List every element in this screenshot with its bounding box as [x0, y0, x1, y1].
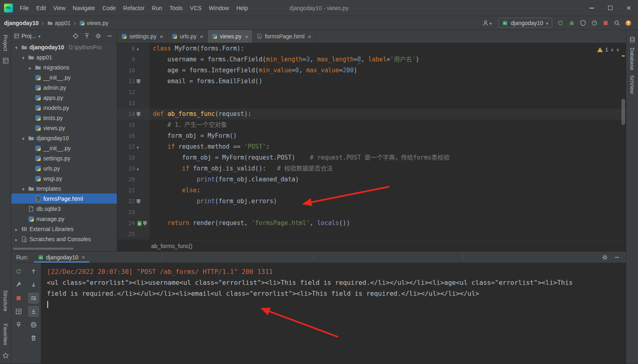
editor-tab-formspage.html[interactable]: HformsPage.html	[253, 30, 316, 43]
run-config-selector[interactable]: dj djangoday10	[498, 18, 552, 28]
menu-code[interactable]: Code	[99, 3, 119, 13]
gear-button[interactable]	[93, 32, 103, 40]
fold-icon[interactable]	[137, 45, 139, 53]
code-line-16[interactable]: 16 form_obj = MyForm()	[117, 130, 626, 141]
code-line-15[interactable]: 15 # 1．产生一个空对象	[117, 120, 626, 130]
target-button[interactable]	[71, 32, 80, 40]
tree-item-urls.py[interactable]: urls.py	[11, 163, 117, 173]
tree-chevron-icon[interactable]	[21, 185, 26, 192]
rerun-button[interactable]	[555, 18, 566, 28]
code-line-10[interactable]: 10 age = forms.IntegerField(min_value=0,…	[117, 65, 626, 76]
tree-item-templates[interactable]: templates	[11, 183, 117, 194]
menu-navigate[interactable]: Navigate	[69, 3, 99, 13]
prev-problem-icon[interactable]	[611, 46, 614, 53]
code-line-14[interactable]: 14def ab_forms_func(request):	[117, 109, 626, 120]
tree-item-external-libraries[interactable]: External Libraries	[11, 224, 117, 234]
tree-item-migrations[interactable]: migrations	[11, 62, 117, 72]
code-line-25[interactable]: 25	[117, 229, 626, 240]
layout-button[interactable]	[13, 306, 24, 317]
coverage-button[interactable]	[577, 18, 589, 28]
wrench-button[interactable]	[13, 280, 24, 290]
tree-item-models.py[interactable]: models.py	[11, 103, 117, 113]
print-button[interactable]	[28, 320, 39, 330]
project-view-selector[interactable]: Proj...	[14, 33, 40, 39]
update-button[interactable]	[623, 18, 634, 28]
tree-item-views.py[interactable]: views.py	[11, 123, 117, 133]
collapse-button[interactable]	[82, 32, 92, 40]
code-line-21[interactable]: 21 else:	[117, 185, 626, 196]
tree-item-djangoday10[interactable]: djangoday10	[11, 133, 117, 143]
gear-button[interactable]	[600, 253, 610, 262]
tree-chevron-icon[interactable]	[21, 135, 26, 141]
tree-item-__init__.py[interactable]: __init__.py	[11, 143, 117, 153]
tree-chevron-icon[interactable]	[14, 236, 19, 242]
softwrap-button[interactable]	[28, 293, 39, 303]
code-line-12[interactable]: 12	[117, 87, 626, 98]
editor-tab-settings.py[interactable]: settings.py	[117, 30, 168, 43]
hide-button[interactable]	[612, 253, 622, 262]
menu-run[interactable]: Run	[148, 3, 166, 13]
tree-chevron-icon[interactable]	[27, 64, 33, 71]
code-line-22[interactable]: 22 print(form_obj.errors)	[117, 196, 626, 207]
tree-item-manage.py[interactable]: manage.py	[11, 214, 117, 224]
error-stripe-mark[interactable]	[622, 55, 625, 57]
close-tab-icon[interactable]	[81, 254, 85, 261]
tree-item-djangoday10[interactable]: djangoday10D:\pythonPro	[11, 42, 117, 52]
console-output[interactable]: [22/Dec/2022 20:07:30] "POST /ab_forms/ …	[41, 263, 626, 364]
user-button[interactable]	[482, 19, 492, 27]
database-icon[interactable]	[629, 36, 636, 43]
tool-button-favorites[interactable]: Favorites	[2, 319, 8, 345]
close-tab-icon[interactable]	[307, 33, 311, 40]
next-problem-icon[interactable]	[616, 46, 619, 53]
scrollend-button[interactable]	[28, 306, 39, 317]
editor-tab-views.py[interactable]: views.py	[208, 30, 253, 43]
rerun-button[interactable]	[13, 266, 24, 277]
search-button[interactable]	[611, 18, 623, 28]
run-tab-djangoday10[interactable]: dj djangoday10	[34, 252, 89, 263]
tree-item-formspage.html[interactable]: HformsPage.html	[11, 194, 117, 204]
menu-tools[interactable]: Tools	[166, 3, 186, 13]
tool-button-project[interactable]: Project	[2, 30, 8, 51]
up-button[interactable]	[28, 266, 39, 277]
code-line-11[interactable]: 11 email = forms.EmailField()	[117, 76, 626, 87]
code-line-18[interactable]: 18 form_obj = MyForm(request.POST) # req…	[117, 152, 626, 163]
menu-file[interactable]: File	[16, 3, 33, 13]
code-line-13[interactable]: 13	[117, 98, 626, 109]
tree-item-admin.py[interactable]: admin.py	[11, 82, 117, 93]
menu-refactor[interactable]: Refactor	[120, 3, 148, 13]
inspection-widget[interactable]: 1	[597, 46, 619, 53]
menu-help[interactable]: Help	[232, 3, 251, 13]
breadcrumb-views.py[interactable]: views.py	[79, 20, 109, 26]
tree-item-settings.py[interactable]: settings.py	[11, 153, 117, 163]
code-line-19[interactable]: 19 if form_obj.is_valid(): # 校验数据是否合法	[117, 163, 626, 174]
close-tab-icon[interactable]	[159, 33, 163, 40]
star-icon[interactable]	[2, 352, 9, 359]
profiler-button[interactable]	[589, 18, 600, 28]
panel-icon[interactable]	[2, 57, 9, 64]
tree-item-apps.py[interactable]: apps.py	[11, 93, 117, 103]
stop-button[interactable]	[600, 18, 611, 28]
tree-chevron-icon[interactable]	[14, 226, 19, 232]
debug-button[interactable]	[566, 18, 577, 28]
close-tab-icon[interactable]	[199, 33, 203, 40]
menu-window[interactable]: Window	[205, 3, 233, 13]
hide-button[interactable]	[105, 32, 114, 40]
tree-item-db.sqlite3[interactable]: db.sqlite3	[11, 204, 117, 214]
editor-breadcrumb[interactable]: ab_forms_func()	[117, 240, 626, 251]
editor-scrollbar[interactable]	[621, 99, 625, 125]
maximize-button[interactable]	[601, 0, 619, 16]
code-line-20[interactable]: 20 print(form_obj.cleaned_data)	[117, 174, 626, 185]
tree-item-app01[interactable]: app01	[11, 52, 117, 62]
tool-button-structure[interactable]: Structure	[2, 285, 8, 311]
menu-view[interactable]: View	[50, 3, 69, 13]
code-line-24[interactable]: 24H return render(request, 'formsPage.ht…	[117, 218, 626, 229]
minimize-button[interactable]	[582, 0, 601, 16]
tree-chevron-icon[interactable]	[14, 44, 19, 50]
code-area[interactable]: 8class MyForm(forms.Form):9 username = f…	[117, 43, 626, 240]
code-line-23[interactable]: 23	[117, 207, 626, 218]
breadcrumb-app01[interactable]: app01	[47, 20, 71, 26]
trash-button[interactable]	[28, 333, 39, 343]
code-line-9[interactable]: 9 username = forms.CharField(min_length=…	[117, 54, 626, 65]
breadcrumb-djangoday10[interactable]: djangoday10	[4, 20, 39, 26]
menu-vcs[interactable]: VCS	[186, 3, 205, 13]
